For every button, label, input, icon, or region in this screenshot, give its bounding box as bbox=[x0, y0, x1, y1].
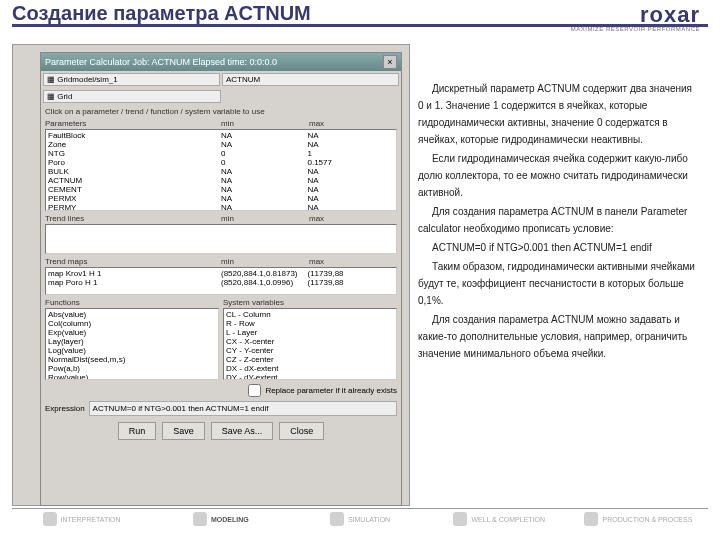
description-text: Дискретный параметр ACTNUM содержит два … bbox=[418, 80, 700, 364]
close-icon[interactable]: × bbox=[383, 55, 397, 69]
functions-list[interactable]: Abs(value)Col(column)Exp(value)Lay(layer… bbox=[45, 308, 219, 380]
parameters-list[interactable]: FaultBlockNANAZoneNANANTG01Poro00.1577BU… bbox=[45, 129, 397, 211]
functions-header: Functions bbox=[45, 298, 219, 307]
footer-item-interpretation[interactable]: INTERPRETATION bbox=[12, 509, 151, 526]
parameters-section: Parametersminmax FaultBlockNANAZoneNANAN… bbox=[41, 118, 401, 213]
button-row: Run Save Save As... Close bbox=[41, 418, 401, 444]
grid-child-row: ▦ Grid bbox=[41, 88, 401, 105]
grid-child-select[interactable]: ▦ Grid bbox=[43, 90, 221, 103]
grid-selector-row: ▦ Gridmodel/sim_1 ACTNUM bbox=[41, 71, 401, 88]
close-button[interactable]: Close bbox=[279, 422, 324, 440]
window-title-text: Parameter Calculator Job: ACTNUM Elapsed… bbox=[45, 57, 277, 67]
footer-icon bbox=[193, 512, 207, 526]
trend-lines-list[interactable] bbox=[45, 224, 397, 254]
footer-icon bbox=[453, 512, 467, 526]
param-name-input[interactable]: ACTNUM bbox=[222, 73, 399, 86]
saveas-button[interactable]: Save As... bbox=[211, 422, 274, 440]
replace-checkbox-label: Replace parameter if it already exists bbox=[265, 386, 397, 395]
replace-checkbox[interactable] bbox=[248, 384, 261, 397]
usage-hint: Click on a parameter / trend / function … bbox=[41, 105, 401, 118]
footer-nav: INTERPRETATIONMODELINGSIMULATIONWELL & C… bbox=[12, 508, 708, 526]
footer-icon bbox=[330, 512, 344, 526]
footer-item-production-process[interactable]: PRODUCTION & PROCESS bbox=[569, 509, 708, 526]
expression-input[interactable]: ACTNUM=0 if NTG>0.001 then ACTNUM=1 endi… bbox=[89, 401, 397, 416]
funcs-sysvars-row: Functions Abs(value)Col(column)Exp(value… bbox=[41, 297, 401, 382]
save-button[interactable]: Save bbox=[162, 422, 205, 440]
replace-checkbox-row: Replace parameter if it already exists bbox=[41, 382, 401, 399]
footer-icon bbox=[584, 512, 598, 526]
footer-item-modeling[interactable]: MODELING bbox=[151, 509, 290, 526]
expression-row: Expression ACTNUM=0 if NTG>0.001 then AC… bbox=[41, 399, 401, 418]
parameter-calculator-window: Parameter Calculator Job: ACTNUM Elapsed… bbox=[40, 52, 402, 506]
trend-maps-section: Trend mapsminmax map Krov1 H 1(8520,884.… bbox=[41, 256, 401, 297]
run-button[interactable]: Run bbox=[118, 422, 157, 440]
expression-label: Expression bbox=[45, 404, 85, 413]
footer-item-simulation[interactable]: SIMULATION bbox=[290, 509, 429, 526]
footer-icon bbox=[43, 512, 57, 526]
brand-tagline: MAXIMIZE RESERVOIR PERFORMANCE bbox=[571, 26, 700, 32]
sysvars-list[interactable]: CL - ColumnR - RowL - LayerCX - X-center… bbox=[223, 308, 397, 380]
slide-title: Создание параметра ACTNUM bbox=[12, 2, 311, 25]
brand-logo: roxar bbox=[640, 2, 700, 28]
trend-maps-list[interactable]: map Krov1 H 1(8520,884.1,0.81873)(11739,… bbox=[45, 267, 397, 295]
window-title-bar: Parameter Calculator Job: ACTNUM Elapsed… bbox=[41, 53, 401, 71]
footer-item-well-completion[interactable]: WELL & COMPLETION bbox=[430, 509, 569, 526]
trend-lines-section: Trend linesminmax bbox=[41, 213, 401, 256]
grid-model-select[interactable]: ▦ Gridmodel/sim_1 bbox=[43, 73, 220, 86]
sysvars-header: System variables bbox=[223, 298, 397, 307]
